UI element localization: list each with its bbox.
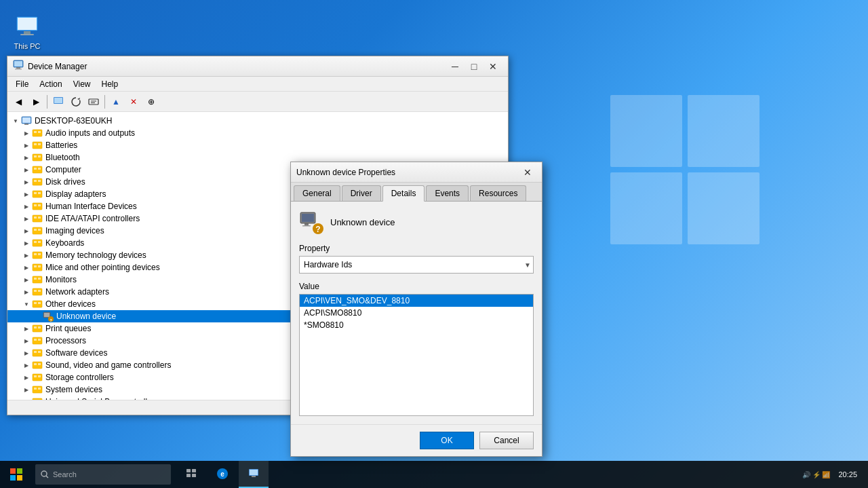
svg-rect-102 — [192, 474, 196, 477]
svg-rect-24 — [38, 155, 41, 157]
toggle-21[interactable]: ▶ — [21, 384, 32, 395]
item-label-6: Human Interface Devices — [45, 202, 137, 211]
svg-rect-82 — [38, 388, 41, 390]
toggle-5[interactable]: ▶ — [21, 189, 32, 200]
item-icon-16 — [32, 323, 43, 334]
value-item-0[interactable]: ACPI\VEN_SMO&DEV_8810 — [300, 295, 533, 307]
svg-rect-59 — [34, 302, 37, 304]
toggle-3[interactable]: ▶ — [21, 164, 32, 175]
value-list: ACPI\VEN_SMO&DEV_8810 ACPI\SMO8810 *SMO8… — [299, 294, 534, 416]
item-label-21: System devices — [45, 385, 102, 394]
tab-resources[interactable]: Resources — [470, 185, 526, 201]
toggle-10[interactable]: ▶ — [21, 250, 32, 261]
toggle-6[interactable]: ▶ — [21, 201, 32, 212]
dm-maximize-button[interactable]: □ — [465, 59, 484, 74]
dm-toolbar: ◀ ▶ ▲ ✕ ⊕ — [7, 92, 508, 112]
toggle-15[interactable] — [32, 311, 43, 322]
item-icon-5 — [32, 189, 43, 200]
svg-rect-9 — [54, 98, 62, 103]
svg-rect-51 — [38, 265, 41, 267]
toolbar-properties[interactable] — [85, 94, 102, 110]
value-item-2[interactable]: *SMO8810 — [300, 319, 533, 331]
toggle-1[interactable]: ▶ — [21, 140, 32, 151]
svg-rect-41 — [34, 229, 37, 231]
taskbar-search[interactable]: Search — [35, 464, 171, 485]
item-icon-3 — [32, 164, 43, 175]
toggle-19[interactable]: ▶ — [21, 360, 32, 371]
toolbar-refresh[interactable] — [68, 94, 84, 110]
dm-minimize-button[interactable]: ─ — [446, 59, 465, 74]
item-label-20: Storage controllers — [45, 373, 114, 382]
svg-rect-70 — [38, 339, 41, 341]
taskbar-clock[interactable]: 20:25 — [833, 470, 863, 478]
toggle-9[interactable]: ▶ — [21, 238, 32, 248]
toolbar-back[interactable]: ◀ — [10, 94, 26, 110]
item-icon-1 — [32, 140, 43, 151]
toggle-2[interactable]: ▶ — [21, 152, 32, 163]
toggle-11[interactable]: ▶ — [21, 262, 32, 273]
toggle-16[interactable]: ▶ — [21, 323, 32, 334]
taskbar-taskview[interactable] — [176, 461, 206, 488]
svg-rect-95 — [10, 475, 16, 481]
search-text: Search — [53, 470, 77, 478]
item-label-7: IDE ATA/ATAPI controllers — [45, 214, 140, 223]
svg-rect-94 — [17, 468, 22, 474]
toolbar-forward[interactable]: ▶ — [28, 94, 44, 110]
tab-general[interactable]: General — [294, 185, 340, 201]
toggle-8[interactable]: ▶ — [21, 225, 32, 236]
tree-root[interactable]: ▼ DESKTOP-63E0UKH — [7, 115, 508, 127]
taskbar-devicemgr[interactable] — [239, 461, 269, 488]
toggle-18[interactable]: ▶ — [21, 348, 32, 358]
svg-rect-69 — [34, 339, 37, 341]
toggle-14[interactable]: ▼ — [21, 299, 32, 309]
svg-rect-35 — [34, 204, 37, 206]
toggle-20[interactable]: ▶ — [21, 372, 32, 383]
toggle-12[interactable]: ▶ — [21, 274, 32, 285]
tab-driver[interactable]: Driver — [342, 185, 381, 201]
menu-help[interactable]: Help — [96, 78, 124, 90]
toolbar-scan[interactable]: ⊕ — [143, 94, 159, 110]
svg-rect-67 — [38, 326, 41, 329]
toggle-0[interactable]: ▶ — [21, 128, 32, 138]
toggle-17[interactable]: ▶ — [21, 335, 32, 346]
toolbar-uninstall[interactable]: ✕ — [125, 94, 142, 110]
root-toggle[interactable]: ▼ — [10, 115, 21, 126]
taskbar-edge[interactable]: e — [208, 461, 237, 488]
toggle-13[interactable]: ▶ — [21, 286, 32, 297]
cancel-button[interactable]: Cancel — [479, 432, 534, 449]
svg-rect-45 — [38, 241, 41, 243]
props-close-button[interactable]: ✕ — [519, 165, 536, 180]
toolbar-computer[interactable] — [50, 94, 66, 110]
toggle-4[interactable]: ▶ — [21, 176, 32, 187]
item-icon-18 — [32, 348, 43, 358]
dm-close-button[interactable]: ✕ — [484, 59, 502, 74]
this-pc-icon[interactable]: This PC — [14, 12, 41, 50]
start-button[interactable] — [0, 461, 33, 488]
svg-rect-26 — [34, 168, 37, 170]
toolbar-update[interactable]: ▲ — [108, 94, 124, 110]
property-select[interactable]: Hardware Ids — [299, 256, 534, 274]
svg-rect-7 — [15, 69, 22, 70]
item-label-17: Processors — [45, 336, 86, 345]
svg-rect-53 — [34, 278, 37, 280]
tab-events[interactable]: Events — [426, 185, 469, 201]
menu-file[interactable]: File — [10, 78, 34, 90]
item-icon-13 — [32, 286, 43, 297]
item-icon-2 — [32, 152, 43, 163]
svg-rect-100 — [192, 469, 196, 472]
tree-item-1[interactable]: ▶ Batteries — [7, 139, 508, 151]
toolbar-sep-2 — [104, 95, 105, 109]
toggle-7[interactable]: ▶ — [21, 213, 32, 224]
props-titlebar: Unknown device Properties ✕ — [291, 162, 542, 183]
value-item-1[interactable]: ACPI\SMO8810 — [300, 307, 533, 319]
item-icon-11 — [32, 262, 43, 273]
tab-details[interactable]: Details — [382, 185, 425, 202]
svg-rect-21 — [38, 143, 41, 145]
menu-view[interactable]: View — [68, 78, 96, 90]
tree-item-0[interactable]: ▶ Audio inputs and outputs — [7, 127, 508, 139]
props-device-header: ? Unknown device — [299, 210, 534, 234]
ok-button[interactable]: OK — [420, 432, 474, 449]
menu-action[interactable]: Action — [34, 78, 67, 90]
property-select-wrapper: Hardware Ids ▼ — [299, 256, 534, 274]
svg-text:?: ? — [315, 225, 320, 234]
